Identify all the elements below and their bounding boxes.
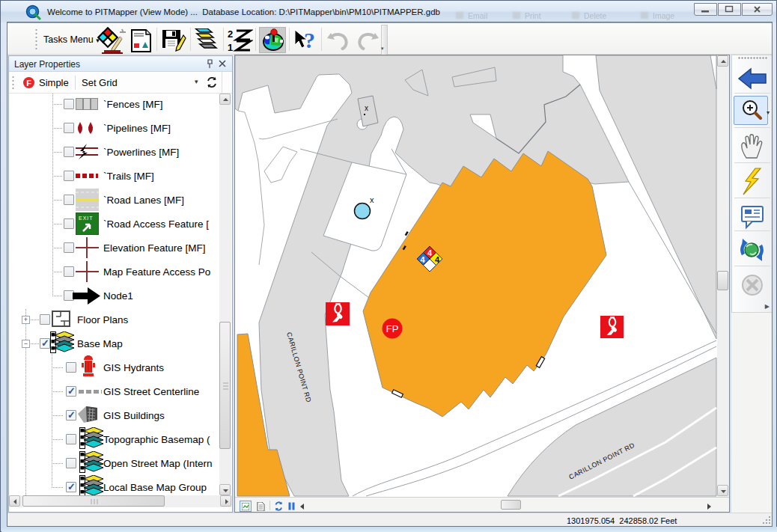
svg-text:4: 4: [427, 248, 433, 257]
svg-text:1: 1: [228, 42, 233, 52]
svg-text:FP: FP: [386, 323, 399, 334]
svg-text:4: 4: [420, 255, 425, 264]
svg-text:F: F: [26, 79, 31, 88]
svg-text:x: x: [365, 104, 368, 112]
svg-text:2: 2: [228, 28, 233, 40]
svg-text:EXIT: EXIT: [79, 215, 94, 221]
svg-text:4: 4: [435, 255, 440, 264]
svg-text:?: ?: [304, 28, 315, 52]
svg-text:x: x: [370, 195, 374, 204]
